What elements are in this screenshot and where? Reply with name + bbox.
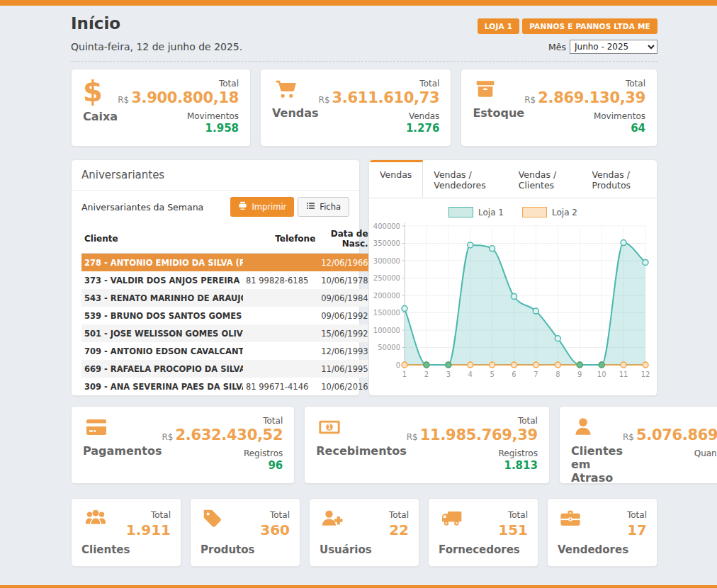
total-value: 2.632.430,52 (175, 426, 283, 443)
produtos-card: Total 360 Produtos (190, 498, 300, 567)
ficha-button[interactable]: Ficha (298, 197, 349, 217)
count-value: 1.813 (407, 459, 538, 472)
table-row[interactable]: 373 - VALDIR DOS ANJOS PEREIRA (AN...81 … (81, 271, 371, 289)
total-value: 5.076.869,67 (636, 426, 717, 443)
svg-text:9: 9 (577, 371, 582, 378)
print-button-label: Imprimir (252, 202, 286, 212)
client-cell: 373 - VALDIR DOS ANJOS PEREIRA (AN... (81, 271, 243, 289)
vendas-card: Vendas Total R$3.611.610,73 Vendas 1.276 (260, 69, 451, 147)
card-label: Estoque (473, 106, 524, 120)
total-value: 11.985.769,39 (420, 426, 538, 443)
truck-icon (439, 507, 465, 530)
legend-loja-2[interactable]: Loja 2 (522, 207, 577, 217)
total-value: 17 (627, 521, 647, 538)
count-value: 64 (524, 122, 645, 135)
briefcase-icon (558, 507, 583, 530)
bottom-accent-bar (0, 585, 717, 588)
user-plus-icon (320, 507, 345, 530)
money-bill-icon: 1 (316, 416, 407, 439)
column-data-nasc: Data de Nasc. (318, 225, 371, 254)
total-label: Total (623, 416, 717, 426)
tab-vendas-clientes[interactable]: Vendas / Clientes (508, 160, 582, 198)
print-button[interactable]: Imprimir (230, 197, 294, 217)
list-icon (306, 201, 315, 213)
svg-text:350000: 350000 (373, 239, 400, 247)
total-label: Total (524, 79, 645, 89)
column-cliente: Cliente (81, 225, 243, 254)
svg-text:6: 6 (512, 371, 516, 378)
birthdate-cell: 12/06/1993 (318, 342, 371, 360)
client-cell: 539 - BRUNO DOS SANTOS GOMES (81, 307, 243, 324)
count-label: Vendas (319, 111, 440, 121)
card-label: Usuários (320, 543, 409, 556)
table-header-row: Cliente Telefone Data de Nasc. (81, 225, 371, 254)
estoque-card: Estoque Total R$2.869.130,39 Movimentos … (461, 69, 657, 147)
tab-vendas-produtos[interactable]: Vendas / Produtos (581, 160, 657, 198)
total-label: Total (407, 416, 538, 426)
month-select[interactable]: Junho - 2025 (570, 40, 657, 54)
total-value: 3.611.610,73 (332, 89, 440, 106)
table-row[interactable]: 278 - ANTONIO EMIDIO DA SILVA (PALE...12… (81, 254, 371, 272)
currency-prefix: R$ (162, 432, 173, 442)
svg-text:10: 10 (597, 371, 606, 378)
svg-text:400000: 400000 (373, 222, 400, 230)
company-button[interactable]: PANNOS E PANNOS LTDA ME (522, 18, 657, 34)
tab-vendas-vendedores[interactable]: Vendas / Vendedores (423, 160, 507, 198)
svg-text:0: 0 (396, 361, 400, 369)
birthday-table-body: 278 - ANTONIO EMIDIO DA SILVA (PALE...12… (81, 254, 371, 396)
user-icon (571, 416, 623, 439)
total-value: 1.911 (126, 521, 171, 538)
top-accent-bar (0, 0, 717, 6)
count-label: Movimentos (524, 111, 645, 121)
currency-prefix: R$ (407, 432, 418, 442)
phone-cell (243, 289, 318, 307)
table-row[interactable]: 669 - RAFAELA PROCOPIO DA SILVA CA...11/… (81, 360, 371, 378)
birthdate-cell: 09/06/1992 (318, 307, 371, 324)
chart-tabs: Vendas Vendas / Vendedores Vendas / Clie… (369, 160, 657, 198)
svg-text:1: 1 (402, 371, 407, 378)
total-value: 360 (260, 521, 290, 538)
month-label: Mês (548, 42, 566, 52)
svg-text:250000: 250000 (373, 274, 400, 282)
birthdate-cell: 09/06/1984 (318, 289, 371, 307)
recebimentos-card: 1 Recebimentos Total R$11.985.769,39 Reg… (304, 406, 550, 484)
legend-loja-1[interactable]: Loja 1 (448, 207, 504, 217)
client-cell: 278 - ANTONIO EMIDIO DA SILVA (PALE... (81, 254, 243, 272)
svg-text:50000: 50000 (378, 344, 400, 351)
dollar-icon: $ (83, 79, 118, 104)
credit-card-icon (83, 416, 162, 439)
client-cell: 309 - ANA SEVERINA PAES DA SILVA (81, 378, 243, 395)
card-label: Clientes (81, 543, 171, 556)
client-cell: 709 - ANTONIO EDSON CAVALCANTE D... (81, 342, 243, 360)
birthdate-cell: 15/06/1992 (318, 324, 371, 342)
currency-prefix: R$ (319, 95, 330, 105)
svg-text:1: 1 (327, 424, 332, 431)
store-button[interactable]: LOJA 1 (478, 18, 519, 34)
card-label: Recebimentos (316, 444, 407, 458)
tab-vendas[interactable]: Vendas (369, 160, 423, 198)
table-row[interactable]: 309 - ANA SEVERINA PAES DA SILVA81 99671… (81, 378, 371, 395)
birthdate-cell: 12/06/1966 (318, 254, 371, 272)
phone-cell (243, 254, 318, 272)
svg-text:200000: 200000 (373, 292, 400, 300)
table-row[interactable]: 709 - ANTONIO EDSON CAVALCANTE D...12/06… (81, 342, 371, 360)
table-row[interactable]: 501 - JOSE WELISSON GOMES OLIVEIR...15/0… (81, 324, 371, 342)
box-icon (473, 79, 524, 101)
birthdate-cell: 11/06/1995 (318, 360, 371, 378)
phone-cell (243, 307, 318, 324)
birthdate-cell: 10/06/2016 (318, 378, 371, 395)
phone-cell: 81 99828-6185 (243, 271, 318, 289)
table-row[interactable]: 543 - RENATO MARINHO DE ARAUJO (F...09/0… (81, 289, 371, 307)
svg-text:100000: 100000 (373, 327, 400, 334)
svg-text:3: 3 (446, 371, 451, 378)
clientes-card: Total 1.911 Clientes (71, 498, 181, 567)
ficha-button-label: Ficha (320, 202, 341, 212)
birthdays-subtitle: Aniversariantes da Semana (81, 202, 203, 213)
svg-text:7: 7 (533, 371, 538, 378)
svg-text:2: 2 (424, 371, 429, 378)
client-cell: 501 - JOSE WELISSON GOMES OLIVEIR... (81, 324, 243, 342)
currency-prefix: R$ (524, 95, 536, 105)
card-label: Vendas (272, 106, 319, 120)
table-row[interactable]: 539 - BRUNO DOS SANTOS GOMES09/06/1992 (81, 307, 371, 324)
clientes-em-atraso-card: Clientes em Atraso Total R$5.076.869,67 … (559, 406, 717, 484)
